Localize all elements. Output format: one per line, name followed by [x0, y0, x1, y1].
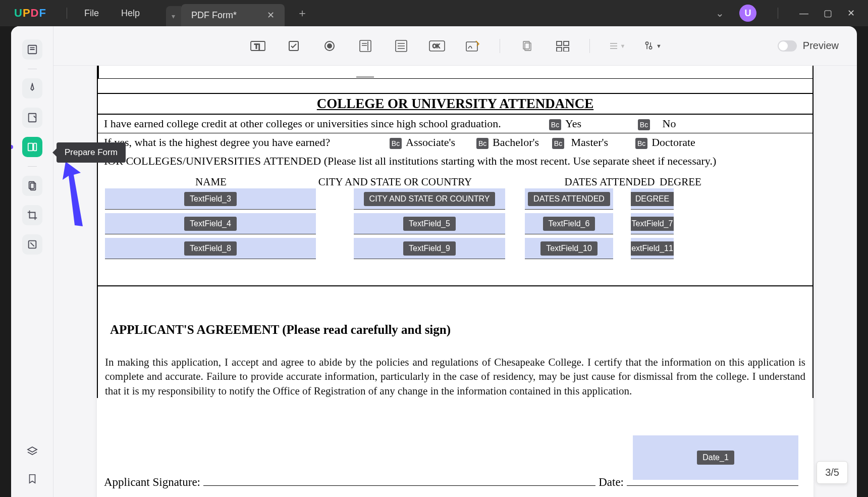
separator [28, 69, 37, 69]
table-headers: NAME CITY AND STATE OR COUNTRY DATES ATT… [98, 176, 812, 188]
table-row: TextField_8 TextField_9 TextField_10 ext… [105, 238, 805, 259]
document-tab[interactable]: PDF Form* ✕ [181, 4, 285, 26]
app-logo: UPDF [0, 7, 61, 20]
minimize-button[interactable]: — [799, 8, 808, 19]
page-indicator[interactable]: 3/5 [817, 461, 848, 484]
table-row: TextField_4 TextField_5 TextField_6 Text… [105, 213, 805, 234]
tab-label: PDF Form* [191, 10, 237, 21]
layers-icon[interactable] [26, 445, 38, 460]
menu-help[interactable]: Help [110, 8, 151, 19]
opt-master: Master's [571, 136, 609, 148]
separator [778, 8, 778, 19]
checkbox-field[interactable]: Bc [552, 138, 564, 149]
titlebar: UPDF File Help ▾ PDF Form* ✕ ＋ ⌄ U — ▢ ✕ [0, 0, 868, 26]
opt-no: No [663, 117, 676, 130]
question-2-row: If yes, what is the highest degree you h… [98, 133, 812, 152]
svg-rect-27 [557, 41, 562, 45]
comment-tool[interactable] [22, 78, 42, 98]
tab-strip: ▾ PDF Form* ✕ ＋ [166, 0, 315, 26]
copy-tool[interactable] [518, 37, 536, 55]
maximize-button[interactable]: ▢ [824, 8, 832, 19]
svg-point-34 [645, 42, 648, 44]
avatar[interactable]: U [739, 5, 756, 22]
svg-point-35 [649, 46, 652, 48]
dropdown-tool[interactable] [356, 37, 374, 55]
text-field[interactable]: TextField_3 [105, 188, 316, 210]
checkbox-field[interactable]: Bc [549, 119, 561, 130]
close-button[interactable]: ✕ [847, 8, 855, 19]
svg-rect-5 [33, 143, 36, 151]
page-top-band [98, 66, 812, 79]
reader-tool[interactable] [22, 39, 42, 60]
preview-toggle-group: Preview [778, 40, 839, 52]
text-field[interactable]: TextField_9 [354, 238, 505, 259]
svg-rect-30 [564, 47, 569, 52]
redact-tool[interactable] [22, 234, 42, 255]
new-tab-button[interactable]: ＋ [290, 6, 315, 21]
text-field[interactable]: DEGREE [631, 188, 674, 210]
opt-bachelor: Bachelor's [493, 136, 539, 148]
question-1-row: I have earned college credit at other co… [98, 115, 812, 133]
opt-doctorate: Doctorate [652, 136, 695, 148]
svg-text:T|: T| [254, 42, 260, 50]
agreement-title: APPLICANT'S AGREEMENT (Please read caref… [110, 323, 805, 337]
checkbox-field[interactable]: Bc [390, 138, 402, 149]
svg-point-14 [328, 44, 332, 48]
signature-line: Applicant Signature: Date: [104, 476, 801, 489]
checkbox-field[interactable]: Bc [638, 119, 650, 130]
opt-yes: Yes [565, 117, 581, 130]
text-field[interactable]: DATES ATTENDED [525, 188, 613, 210]
prior-colleges-text: IOR COLLEGES/UNIVERSITIES ATTENDED (Plea… [98, 152, 812, 171]
text-field[interactable]: TextField_7 [631, 213, 674, 234]
date-label: Date: [599, 476, 624, 489]
col-dates: DATES ATTENDED [564, 176, 655, 188]
signature-tool[interactable] [464, 37, 482, 55]
radio-tool[interactable] [320, 37, 339, 55]
agreement-body: In making this application, I accept and… [105, 355, 805, 398]
checkbox-tool[interactable] [285, 37, 303, 55]
signature-underline [203, 485, 595, 486]
pdf-page: COLLEGE OR UNIVERSITY ATTENDANCE I have … [97, 66, 813, 497]
svg-rect-4 [28, 143, 32, 151]
separator [67, 8, 67, 19]
separator [500, 39, 500, 53]
chevron-down-icon[interactable]: ⌄ [716, 7, 724, 19]
text-field[interactable]: TextField_8 [105, 238, 316, 259]
svg-rect-24 [466, 42, 477, 51]
svg-rect-29 [557, 47, 562, 52]
close-icon[interactable]: ✕ [267, 10, 275, 21]
section-heading: COLLEGE OR UNIVERSITY ATTENDANCE [98, 93, 812, 115]
text-field[interactable]: TextField_6 [525, 213, 613, 234]
main-area: T| OK [53, 26, 857, 497]
order-tool[interactable]: ▼ [608, 37, 626, 55]
separator [28, 166, 37, 167]
col-degree: DEGREE [659, 176, 702, 188]
q1-text: I have earned college credit at other co… [104, 117, 543, 130]
align-tool[interactable] [554, 37, 572, 55]
document-viewport[interactable]: COLLEGE OR UNIVERSITY ATTENDANCE I have … [53, 66, 857, 497]
text-field[interactable]: extField_11 [631, 238, 674, 259]
organize-tool[interactable] [22, 176, 42, 196]
text-field[interactable]: CITY AND STATE OR COUNTRY [354, 188, 505, 210]
date-field[interactable]: Date_1 [633, 435, 798, 480]
blank-tab[interactable]: ▾ [166, 6, 181, 26]
separator [589, 39, 590, 53]
bookmark-icon[interactable] [27, 473, 38, 487]
text-field[interactable]: TextField_10 [525, 238, 613, 259]
edit-tool[interactable] [22, 108, 42, 128]
text-field-tool[interactable]: T| [249, 37, 267, 55]
menu-file[interactable]: File [73, 8, 110, 19]
prepare-form-tool[interactable] [22, 137, 42, 157]
agreement-section: APPLICANT'S AGREEMENT (Please read caref… [98, 285, 812, 398]
checkbox-field[interactable]: Bc [635, 138, 647, 149]
svg-rect-15 [360, 40, 371, 52]
listbox-tool[interactable] [392, 37, 410, 55]
text-field[interactable]: TextField_4 [105, 213, 316, 234]
tooltip: Prepare Form [57, 142, 126, 163]
checkbox-field[interactable]: Bc [476, 138, 489, 149]
crop-tool[interactable] [22, 205, 42, 225]
tools-tool[interactable]: ▼ [643, 37, 662, 55]
preview-toggle[interactable] [778, 40, 797, 52]
text-field[interactable]: TextField_5 [354, 213, 505, 234]
button-tool[interactable]: OK [428, 37, 446, 55]
